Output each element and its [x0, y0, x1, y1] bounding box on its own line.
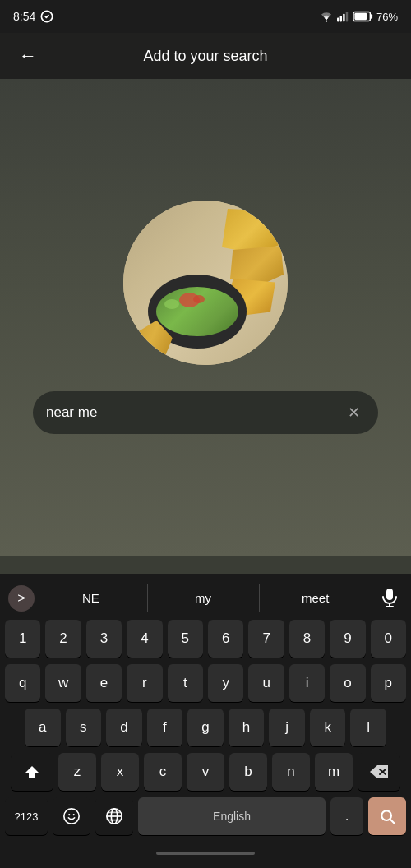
- svg-rect-3: [340, 16, 342, 21]
- battery-icon: [353, 11, 373, 22]
- keyboard: > NE my meet 1 2 3 4 5 6 7 8 9 0: [0, 574, 411, 868]
- key-i[interactable]: i: [289, 664, 325, 702]
- status-time: 8:54: [13, 10, 35, 23]
- key-1[interactable]: 1: [5, 620, 40, 658]
- key-m[interactable]: m: [315, 753, 353, 791]
- svg-point-15: [64, 809, 79, 824]
- number-row: 1 2 3 4 5 6 7 8 9 0: [5, 620, 406, 658]
- num-symbol-key[interactable]: ?123: [5, 797, 48, 835]
- key-b[interactable]: b: [229, 753, 267, 791]
- suggestion-my[interactable]: my: [147, 580, 260, 616]
- header: ← Add to your search: [0, 33, 411, 79]
- key-t[interactable]: t: [168, 664, 203, 702]
- key-4[interactable]: 4: [127, 620, 162, 658]
- key-f[interactable]: f: [147, 709, 183, 746]
- suggestions-row: > NE my meet: [3, 580, 408, 616]
- shift-icon: [24, 764, 40, 779]
- svg-line-22: [390, 820, 395, 824]
- language-key[interactable]: [95, 797, 133, 835]
- key-j[interactable]: j: [269, 709, 305, 746]
- svg-point-17: [73, 814, 75, 815]
- back-button[interactable]: ←: [13, 41, 43, 71]
- key-8[interactable]: 8: [289, 620, 325, 658]
- mic-icon: [381, 589, 398, 608]
- search-bar[interactable]: near me ✕: [33, 391, 378, 434]
- key-h[interactable]: h: [229, 709, 265, 746]
- signal-icon: [337, 11, 350, 22]
- search-input[interactable]: near me: [46, 404, 335, 421]
- main-content: near me ✕: [0, 79, 411, 556]
- status-icons: 76%: [319, 11, 398, 23]
- backspace-icon: [370, 765, 388, 778]
- period-key[interactable]: .: [330, 797, 363, 835]
- home-indicator: [156, 852, 255, 855]
- key-y[interactable]: y: [208, 664, 243, 702]
- qwerty-row: q w e r t y u i o p: [5, 664, 406, 702]
- zxcv-row: z x c v b n m: [5, 753, 406, 791]
- svg-rect-2: [337, 18, 339, 22]
- delete-key[interactable]: [358, 753, 400, 791]
- key-s[interactable]: s: [66, 709, 102, 746]
- done-icon: [40, 10, 53, 23]
- key-v[interactable]: v: [187, 753, 224, 791]
- key-p[interactable]: p: [371, 664, 406, 702]
- key-3[interactable]: 3: [86, 620, 122, 658]
- key-r[interactable]: r: [127, 664, 162, 702]
- key-q[interactable]: q: [5, 664, 40, 702]
- guac-decoration: [156, 287, 238, 336]
- svg-rect-4: [343, 14, 344, 22]
- mic-area[interactable]: [372, 589, 408, 608]
- key-7[interactable]: 7: [248, 620, 284, 658]
- key-k[interactable]: k: [310, 709, 346, 746]
- home-bar: [3, 838, 408, 868]
- key-o[interactable]: o: [330, 664, 365, 702]
- svg-rect-9: [386, 589, 393, 600]
- svg-point-16: [68, 814, 70, 815]
- battery-pct: 76%: [376, 11, 398, 23]
- asdf-row: a s d f g h j k l: [5, 709, 406, 746]
- key-9[interactable]: 9: [330, 620, 365, 658]
- key-x[interactable]: x: [101, 753, 139, 791]
- suggestion-meet[interactable]: meet: [259, 580, 372, 616]
- key-g[interactable]: g: [187, 709, 224, 746]
- shift-key[interactable]: [11, 753, 53, 791]
- key-2[interactable]: 2: [45, 620, 81, 658]
- bottom-row: ?123 English .: [5, 797, 406, 835]
- svg-point-1: [326, 21, 327, 22]
- key-e[interactable]: e: [86, 664, 122, 702]
- suggestions-expand-button[interactable]: >: [8, 585, 35, 612]
- search-icon: [379, 808, 395, 824]
- key-0[interactable]: 0: [371, 620, 406, 658]
- svg-rect-5: [346, 12, 348, 21]
- key-w[interactable]: w: [45, 664, 81, 702]
- svg-marker-12: [25, 766, 39, 778]
- clear-button[interactable]: ✕: [342, 401, 365, 424]
- wifi-icon: [319, 11, 334, 22]
- svg-rect-7: [371, 14, 372, 19]
- key-a[interactable]: a: [25, 709, 61, 746]
- key-d[interactable]: d: [106, 709, 142, 746]
- status-bar: 8:54 76%: [0, 0, 411, 33]
- search-key[interactable]: [368, 797, 406, 835]
- key-l[interactable]: l: [350, 709, 386, 746]
- emoji-icon: [62, 807, 81, 825]
- header-title: Add to your search: [56, 48, 398, 65]
- key-5[interactable]: 5: [168, 620, 203, 658]
- emoji-key[interactable]: [53, 797, 90, 835]
- key-z[interactable]: z: [58, 753, 96, 791]
- key-6[interactable]: 6: [208, 620, 243, 658]
- svg-rect-8: [354, 13, 367, 20]
- suggestion-NE[interactable]: NE: [35, 580, 147, 616]
- globe-icon: [105, 807, 123, 825]
- space-key[interactable]: English: [138, 797, 326, 835]
- key-u[interactable]: u: [248, 664, 284, 702]
- key-rows: 1 2 3 4 5 6 7 8 9 0 q w e r t y u i o p …: [3, 620, 408, 835]
- key-c[interactable]: c: [144, 753, 182, 791]
- key-n[interactable]: n: [272, 753, 310, 791]
- food-image: [123, 201, 288, 365]
